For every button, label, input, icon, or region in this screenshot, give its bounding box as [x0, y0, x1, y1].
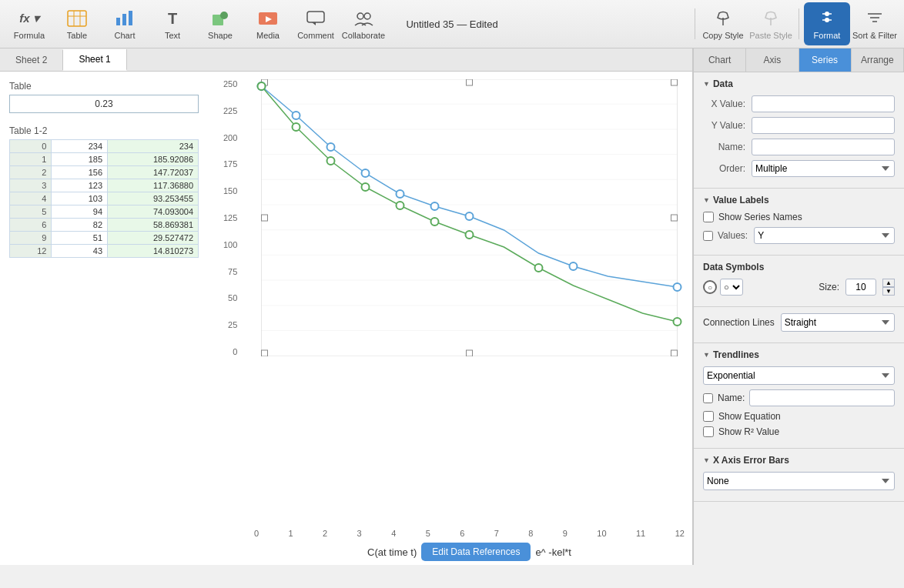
- tab-axis[interactable]: Axis: [746, 48, 799, 72]
- main-content: Sheet 2 Sheet 1 Table 0.23 Table 1-2 023…: [0, 48, 904, 565]
- collaborate-button[interactable]: Collaborate: [340, 2, 387, 45]
- table-row: 0234234: [10, 140, 199, 153]
- x-axis-error-bars-header[interactable]: ▼ X Axis Error Bars: [703, 455, 895, 466]
- copy-style-button[interactable]: Copy Style: [700, 2, 746, 45]
- right-panel-tabs: Chart Axis Series Arrange: [694, 48, 904, 72]
- table12-section: Table 1-2 02342341185185.920862156147.72…: [9, 125, 199, 258]
- table-row: 68258.869381: [10, 219, 199, 232]
- values-select[interactable]: Y: [754, 227, 895, 244]
- tab-series[interactable]: Series: [799, 48, 852, 72]
- sort-filter-button[interactable]: Sort & Filter: [852, 2, 898, 45]
- size-input[interactable]: [845, 279, 876, 296]
- trendlines-header[interactable]: ▼ Trendlines: [703, 349, 895, 360]
- value-labels-title: Value Labels: [713, 195, 769, 205]
- table-row: 124314.810273: [10, 245, 199, 258]
- size-down-button[interactable]: ▼: [882, 287, 895, 296]
- formula-button[interactable]: fx ▾ Formula: [6, 2, 52, 45]
- table-button[interactable]: Table: [54, 2, 100, 45]
- trendlines-title: Trendlines: [713, 349, 759, 360]
- svg-point-47: [327, 157, 335, 165]
- svg-point-46: [293, 123, 300, 131]
- svg-point-44: [674, 283, 681, 291]
- trendlines-name-label: Name:: [718, 393, 745, 403]
- show-series-names-row: Show Series Names: [703, 212, 895, 222]
- tab-arrange[interactable]: Arrange: [852, 48, 904, 72]
- media-button[interactable]: Media: [245, 2, 291, 45]
- sheet-tab-sheet1[interactable]: Sheet 1: [63, 49, 126, 71]
- text-icon: T: [162, 8, 183, 29]
- data-section: ▼ Data X Value: Y Value: Name: Order: Mu…: [694, 72, 904, 189]
- table-row: 1185185.92086: [10, 153, 199, 166]
- show-series-names-label: Show Series Names: [718, 212, 802, 222]
- order-select[interactable]: Multiple: [752, 160, 895, 177]
- paste-style-button[interactable]: Paste Style: [748, 2, 794, 45]
- x-value-label: X Value:: [703, 99, 745, 109]
- svg-point-50: [431, 218, 439, 226]
- x-axis-error-bars-section: ▼ X Axis Error Bars None: [694, 449, 904, 502]
- toolbar: Untitled 35 — Edited fx ▾ Formula Table …: [0, 0, 904, 48]
- data-section-title: Data: [713, 79, 733, 89]
- svg-point-45: [258, 82, 266, 90]
- x-axis-error-bars-chevron: ▼: [703, 456, 710, 464]
- svg-rect-32: [671, 215, 678, 221]
- value-labels-header[interactable]: ▼ Value Labels: [703, 195, 895, 205]
- sheet-tab-sheet2[interactable]: Sheet 2: [0, 50, 63, 70]
- x-value-input[interactable]: [752, 95, 895, 112]
- format-button[interactable]: Format: [804, 2, 850, 45]
- chart-svg-container: [254, 79, 685, 356]
- symbol-dropdown[interactable]: ○: [720, 279, 743, 296]
- sheet-tab-bar: Sheet 2 Sheet 1: [0, 48, 692, 72]
- sort-filter-icon: [864, 8, 886, 29]
- trendlines-name-checkbox[interactable]: [703, 393, 713, 403]
- show-series-names-checkbox[interactable]: [703, 212, 714, 222]
- connection-lines-section: Connection Lines Straight: [694, 307, 904, 343]
- shape-button[interactable]: Shape: [197, 2, 243, 45]
- svg-rect-30: [671, 79, 678, 85]
- size-stepper: ▲ ▼: [882, 279, 895, 296]
- svg-rect-34: [467, 350, 473, 356]
- name-field-label: Name:: [703, 142, 745, 152]
- shape-icon: [209, 8, 231, 29]
- trendlines-type-select[interactable]: Exponential: [703, 366, 895, 385]
- size-label: Size:: [819, 282, 839, 292]
- copy-style-icon: [712, 8, 734, 29]
- table-row: 3123117.36880: [10, 179, 199, 192]
- collaborate-icon: [353, 8, 374, 29]
- text-button[interactable]: T Text: [149, 2, 196, 45]
- formula-icon: fx ▾: [18, 8, 40, 29]
- tab-chart[interactable]: Chart: [694, 48, 746, 72]
- chart-button[interactable]: Chart: [102, 2, 148, 45]
- values-label: Values:: [718, 230, 748, 241]
- x-axis-error-bars-select[interactable]: None: [703, 472, 895, 490]
- name-field-input[interactable]: [752, 139, 895, 155]
- chart-formula-row: C(at time t) Edit Data References e^ -ke…: [254, 543, 685, 561]
- toolbar-separator: [695, 8, 695, 39]
- svg-rect-31: [262, 215, 268, 221]
- left-table-label: Table: [9, 81, 199, 92]
- y-value-input[interactable]: [752, 117, 895, 134]
- left-table-cell[interactable]: 0.23: [9, 95, 199, 113]
- size-up-button[interactable]: ▲: [882, 279, 895, 287]
- show-equation-row: Show Equation: [703, 411, 895, 422]
- y-value-label: Y Value:: [703, 120, 745, 131]
- x-axis-labels: 0 1 2 3 4 5 6 7 8 9 10 11 12: [254, 529, 685, 538]
- y-axis-labels: 250 225 200 175 150 125 100 75 50 25 0: [223, 79, 237, 356]
- table-area: Table 0.23 Table 1-2 02342341185185.9208…: [0, 72, 208, 395]
- trendlines-name-input[interactable]: [749, 389, 895, 406]
- show-r2-checkbox[interactable]: [703, 426, 714, 437]
- connection-lines-select[interactable]: Straight: [781, 313, 895, 332]
- svg-point-40: [397, 190, 404, 198]
- svg-point-13: [357, 13, 363, 19]
- show-equation-checkbox[interactable]: [703, 411, 714, 422]
- comment-button[interactable]: Comment: [293, 2, 339, 45]
- left-table-section: Table 0.23: [9, 81, 199, 113]
- trendlines-chevron: ▼: [703, 351, 710, 359]
- values-checkbox[interactable]: [703, 231, 713, 241]
- value-labels-chevron: ▼: [703, 196, 710, 204]
- order-row: Order: Multiple: [703, 160, 895, 177]
- connection-lines-row: Connection Lines Straight: [703, 313, 895, 332]
- svg-rect-5: [122, 14, 126, 25]
- data-section-header[interactable]: ▼ Data: [703, 79, 895, 89]
- show-equation-label: Show Equation: [718, 411, 781, 422]
- edit-data-references-button[interactable]: Edit Data References: [421, 543, 531, 561]
